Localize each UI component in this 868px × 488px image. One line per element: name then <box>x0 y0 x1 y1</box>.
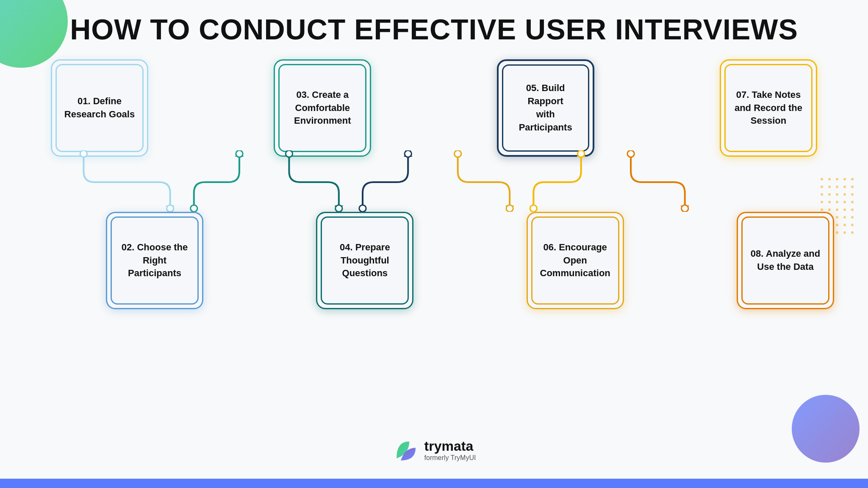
svg-point-4 <box>191 205 197 212</box>
page-title: HOW TO CONDUCT EFFECTIVE USER INTERVIEWS <box>0 0 868 46</box>
svg-point-7 <box>286 150 292 157</box>
logo-text-block: trymata formerly TryMyUI <box>424 438 476 462</box>
svg-point-11 <box>405 150 411 157</box>
logo-name: trymata <box>424 438 476 454</box>
svg-point-2 <box>166 205 173 212</box>
svg-point-1 <box>80 150 87 157</box>
top-row: 01. DefineResearch Goals 03. Create aCom… <box>34 59 834 157</box>
card-wrapper-01: 01. DefineResearch Goals <box>51 59 148 157</box>
card-wrapper-05: 05. Build RapportwithParticipants <box>497 59 594 157</box>
card-04: 04. PrepareThoughtfulQuestions <box>316 212 413 309</box>
svg-point-17 <box>577 150 584 157</box>
logo-area: trymata formerly TryMyUI <box>392 437 476 463</box>
svg-point-13 <box>454 150 461 157</box>
card-wrapper-03: 03. Create aComfortableEnvironment <box>274 59 371 157</box>
card-01-label: 01. DefineResearch Goals <box>64 95 135 121</box>
svg-point-14 <box>506 205 513 212</box>
svg-point-10 <box>359 205 366 212</box>
bottom-row: 02. Choose theRightParticipants 04. Prep… <box>34 212 834 309</box>
card-03: 03. Create aComfortableEnvironment <box>274 59 371 157</box>
card-wrapper-07: 07. Take Notesand Record theSession <box>720 59 817 157</box>
bottom-bar <box>0 479 868 488</box>
card-08-label: 08. Analyze andUse the Data <box>751 247 820 274</box>
card-07-label: 07. Take Notesand Record theSession <box>735 89 802 128</box>
svg-point-20 <box>682 205 688 212</box>
card-05-label: 05. Build RapportwithParticipants <box>507 82 584 134</box>
svg-point-5 <box>236 150 243 157</box>
svg-point-16 <box>530 205 537 212</box>
logo-icon <box>392 437 418 463</box>
card-02-label: 02. Choose theRightParticipants <box>122 241 188 280</box>
card-06: 06. EncourageOpenCommunication <box>527 212 624 309</box>
card-03-label: 03. Create aComfortableEnvironment <box>294 89 351 128</box>
card-07: 07. Take Notesand Record theSession <box>720 59 817 157</box>
connectors <box>34 150 834 212</box>
card-wrapper-02: 02. Choose theRightParticipants <box>106 212 203 309</box>
svg-point-19 <box>627 150 634 157</box>
svg-point-8 <box>336 205 342 212</box>
logo-subtitle: formerly TryMyUI <box>424 454 476 462</box>
card-wrapper-08: 08. Analyze andUse the Data <box>737 212 834 309</box>
card-wrapper-06: 06. EncourageOpenCommunication <box>527 212 624 309</box>
content-area: 01. DefineResearch Goals 03. Create aCom… <box>34 51 834 437</box>
card-01: 01. DefineResearch Goals <box>51 59 148 157</box>
card-08: 08. Analyze andUse the Data <box>737 212 834 309</box>
card-05: 05. Build RapportwithParticipants <box>497 59 594 157</box>
card-06-label: 06. EncourageOpenCommunication <box>540 241 610 280</box>
card-wrapper-04: 04. PrepareThoughtfulQuestions <box>316 212 413 309</box>
card-02: 02. Choose theRightParticipants <box>106 212 203 309</box>
card-04-label: 04. PrepareThoughtfulQuestions <box>340 241 390 280</box>
